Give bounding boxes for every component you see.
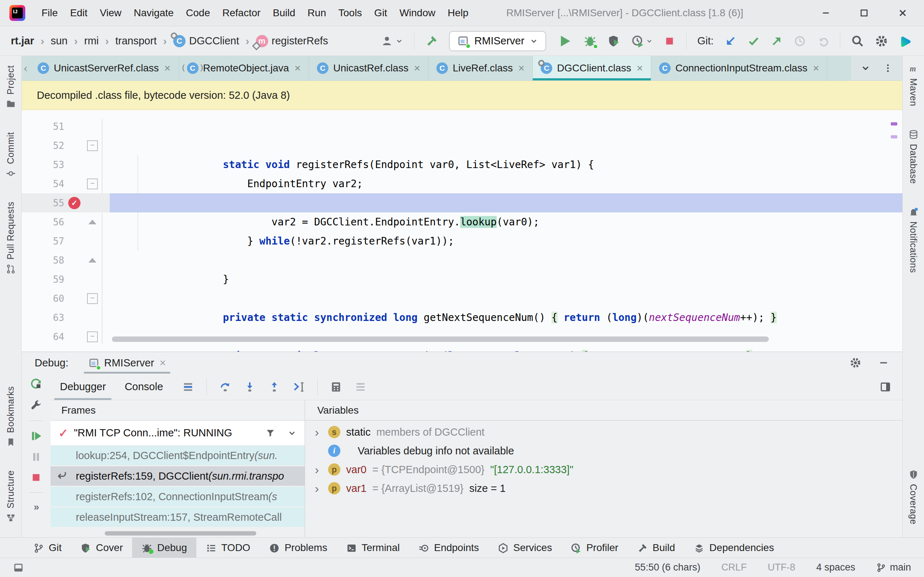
debug-icon[interactable]	[584, 35, 597, 48]
show-execution-point-icon[interactable]	[182, 381, 194, 393]
tool-window-bar-item[interactable]: TODO	[196, 538, 260, 558]
debug-settings-gear-icon[interactable]	[850, 357, 861, 369]
variable-row[interactable]: p var0 = {TCPEndpoint@1500} "[127.0.0.1:…	[305, 460, 902, 479]
line-number[interactable]: 56	[22, 217, 64, 227]
line-number[interactable]: 57	[22, 236, 64, 247]
fold-marker[interactable]	[84, 179, 100, 189]
line-number[interactable]: 59	[22, 274, 64, 285]
fold-marker[interactable]	[84, 293, 100, 304]
line-number[interactable]: 52	[22, 140, 64, 151]
breadcrumb-item[interactable]: rmi	[68, 35, 99, 47]
tool-window-button[interactable]: Coverage	[908, 469, 919, 524]
tool-window-bar-item[interactable]: Git	[24, 538, 71, 558]
close-icon[interactable]	[897, 8, 908, 18]
menu-item[interactable]: Refactor	[216, 3, 267, 23]
window-layout-icon[interactable]	[13, 562, 24, 573]
expand-chevron-icon[interactable]	[312, 482, 322, 495]
debug-session-tab[interactable]: RMIServer ×	[84, 352, 170, 374]
filter-funnel-icon[interactable]	[265, 428, 276, 438]
indent-setting[interactable]: 4 spaces	[816, 562, 855, 573]
stack-frame-row[interactable]: lookup:254, DGCClient$EndpointEntry (sun…	[50, 446, 305, 465]
tool-window-bar-item[interactable]: Profiler	[561, 538, 628, 558]
gutter[interactable]: 53	[22, 155, 110, 174]
expand-chevron-icon[interactable]	[312, 425, 322, 439]
variable-row[interactable]: s static members of DGCClient	[305, 423, 902, 442]
breadcrumb-item[interactable]: rt.jar	[11, 35, 34, 47]
tool-window-bar-item[interactable]: Debug	[132, 538, 196, 558]
line-number[interactable]: 51	[22, 121, 64, 132]
gutter[interactable]: 59	[22, 270, 110, 289]
tool-window-button[interactable]: Commit	[5, 132, 16, 179]
stop-icon[interactable]	[664, 35, 675, 47]
line-number[interactable]: 55	[22, 198, 64, 208]
tab-list-chevron-icon[interactable]	[861, 63, 871, 73]
tool-window-button[interactable]: Notifications	[908, 207, 919, 273]
maximize-icon[interactable]	[859, 8, 869, 18]
gutter[interactable]: 56	[22, 213, 110, 232]
menu-item[interactable]: Code	[180, 3, 216, 23]
tool-window-bar-item[interactable]: Terminal	[337, 538, 409, 558]
error-stripe-mark[interactable]	[891, 122, 897, 126]
menu-item[interactable]: Build	[267, 3, 301, 23]
user-menu[interactable]	[381, 35, 403, 47]
breadcrumb-item[interactable]: sun	[34, 35, 68, 47]
menu-item[interactable]: Git	[368, 3, 393, 23]
layout-settings-icon[interactable]	[879, 381, 892, 393]
fold-marker[interactable]	[84, 258, 100, 263]
line-number[interactable]: 53	[22, 160, 64, 170]
tool-window-bar-item[interactable]: Dependencies	[684, 538, 783, 558]
run-configuration-select[interactable]: RMIServer	[449, 31, 546, 51]
step-out-icon[interactable]	[268, 381, 281, 393]
tool-window-button[interactable]: Project	[5, 65, 16, 109]
close-tab-icon[interactable]: ×	[164, 62, 171, 74]
tool-window-button[interactable]: Pull Requests	[5, 201, 16, 274]
gutter[interactable]: 63	[22, 308, 110, 327]
editor-tab[interactable]: C LiveRef.class ×	[428, 56, 533, 81]
fold-marker[interactable]	[84, 140, 100, 151]
gutter[interactable]: 54	[22, 174, 110, 193]
git-push-icon[interactable]	[771, 35, 783, 47]
gutter[interactable]: 58	[22, 251, 110, 270]
close-tab-icon[interactable]: ×	[294, 62, 301, 74]
menu-item[interactable]: Tools	[332, 3, 368, 23]
line-number[interactable]: 54	[22, 179, 64, 189]
gutter[interactable]: 55	[22, 193, 110, 213]
minimize-icon[interactable]	[821, 8, 831, 18]
git-history-icon[interactable]	[794, 35, 806, 47]
editor-tab[interactable]: C DGCClient.class ×	[533, 56, 651, 81]
breakpoint-icon[interactable]	[64, 197, 84, 209]
chevron-down-icon[interactable]	[287, 429, 297, 438]
git-branch-widget[interactable]: main	[876, 562, 911, 573]
gutter[interactable]: 57	[22, 232, 110, 251]
file-encoding[interactable]: UTF-8	[768, 562, 795, 573]
rerun-icon[interactable]	[30, 377, 43, 390]
hide-panel-icon[interactable]	[878, 357, 889, 369]
debugger-view-tab[interactable]: Debugger	[50, 374, 115, 400]
thread-selector[interactable]: ✓ "RMI TCP Conn...ime": RUNNING	[50, 421, 305, 446]
tool-window-bar-item[interactable]: Services	[488, 538, 561, 558]
git-update-icon[interactable]	[724, 35, 737, 47]
resume-program-icon[interactable]	[30, 430, 42, 442]
menu-item[interactable]: File	[36, 3, 64, 23]
error-stripe-mark[interactable]	[891, 135, 897, 139]
tool-window-bar-item[interactable]: Problems	[260, 538, 336, 558]
line-number[interactable]: 64	[22, 331, 64, 342]
run-to-cursor-icon[interactable]	[293, 381, 305, 393]
close-tab-icon[interactable]: ×	[414, 62, 420, 74]
menu-item[interactable]: Navigate	[128, 3, 180, 23]
line-number[interactable]: 63	[22, 312, 64, 323]
menu-item[interactable]: Edit	[64, 3, 94, 23]
close-tab-icon[interactable]: ×	[813, 62, 819, 74]
ai-assistant-icon[interactable]	[899, 34, 913, 48]
menu-item[interactable]: Window	[393, 3, 442, 23]
fold-marker[interactable]	[84, 220, 100, 224]
fold-marker[interactable]	[84, 331, 100, 342]
menu-item[interactable]: Run	[301, 3, 332, 23]
editor-tab[interactable]: C UnicastRef.class ×	[309, 56, 428, 81]
editor-tab[interactable]: C UnicastServerRef.class ×	[30, 56, 179, 81]
settings-gear-icon[interactable]	[875, 35, 888, 48]
debugger-wrench-icon[interactable]	[30, 399, 42, 411]
stop-process-icon[interactable]	[30, 472, 42, 483]
close-tab-icon[interactable]: ×	[637, 62, 643, 74]
build-hammer-icon[interactable]	[425, 35, 438, 48]
